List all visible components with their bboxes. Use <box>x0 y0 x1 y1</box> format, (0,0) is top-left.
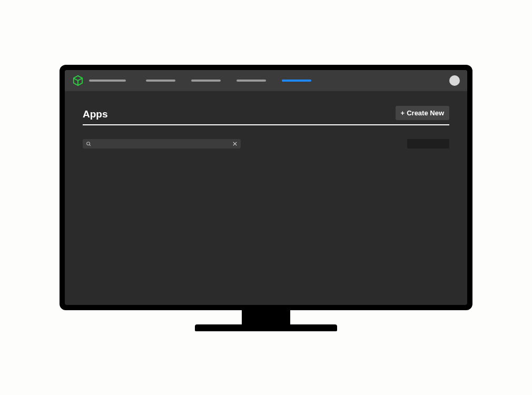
monitor-stand-neck <box>242 310 290 324</box>
create-new-button[interactable]: + Create New <box>396 106 449 120</box>
nav-item-4-active[interactable] <box>282 80 311 82</box>
nav-items <box>146 80 311 82</box>
toolbar-row <box>83 139 449 149</box>
cube-logo-icon <box>72 75 84 86</box>
user-avatar[interactable] <box>449 75 460 86</box>
page-header: Apps + Create New <box>83 106 449 120</box>
app-screen: Apps + Create New <box>65 70 467 305</box>
plus-icon: + <box>401 110 405 116</box>
nav-item-1[interactable] <box>146 80 175 82</box>
top-nav <box>65 70 467 91</box>
page-title: Apps <box>83 108 108 120</box>
nav-item-2[interactable] <box>191 80 221 82</box>
brand-text-placeholder <box>89 80 126 82</box>
monitor-frame: Apps + Create New <box>60 65 472 310</box>
search-field[interactable] <box>83 139 241 149</box>
create-new-label: Create New <box>407 109 444 117</box>
search-input[interactable] <box>91 141 232 147</box>
content-area: Apps + Create New <box>65 91 467 305</box>
monitor-stand-base <box>195 324 337 331</box>
close-icon[interactable] <box>232 141 238 146</box>
svg-line-1 <box>90 145 91 146</box>
nav-item-3[interactable] <box>237 80 266 82</box>
filter-control[interactable] <box>407 139 449 149</box>
search-icon <box>86 141 91 146</box>
header-divider <box>83 124 449 125</box>
